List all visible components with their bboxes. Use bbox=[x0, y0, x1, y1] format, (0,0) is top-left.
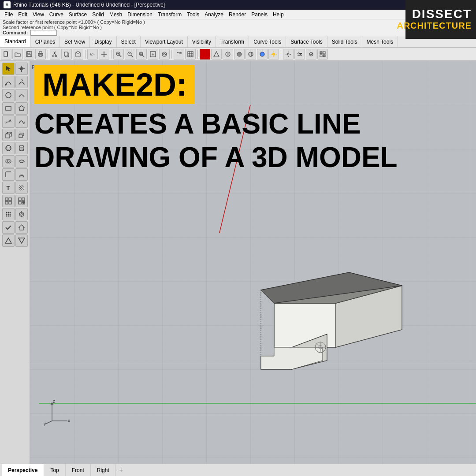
toolbar-cut[interactable] bbox=[50, 49, 60, 60]
tool-house[interactable] bbox=[15, 221, 28, 234]
tool-arc[interactable] bbox=[15, 89, 28, 101]
tab-curve-tools[interactable]: Curve Tools bbox=[249, 36, 286, 47]
svg-point-101 bbox=[6, 216, 7, 217]
toolbar-copy[interactable] bbox=[61, 49, 72, 60]
menu-render[interactable]: Render bbox=[226, 11, 249, 19]
menu-transform[interactable]: Transform bbox=[155, 11, 184, 19]
tool-boolean-union[interactable] bbox=[2, 155, 15, 167]
menu-mesh[interactable]: Mesh bbox=[107, 11, 125, 19]
tab-surface-tools[interactable]: Surface Tools bbox=[286, 36, 327, 47]
tool-extrude[interactable] bbox=[15, 129, 28, 141]
viewport[interactable]: P MAKE2D: bbox=[30, 61, 476, 464]
tab-add-button[interactable]: + bbox=[116, 465, 126, 476]
menu-solid[interactable]: Solid bbox=[89, 11, 107, 19]
toolbar-zoom-window[interactable] bbox=[148, 49, 158, 60]
tool-select-crosshair[interactable] bbox=[15, 63, 28, 75]
toolbar-zoom-dynamic[interactable] bbox=[159, 49, 170, 60]
toolbar-sun[interactable] bbox=[268, 49, 279, 60]
toolbar-undo[interactable] bbox=[87, 49, 98, 60]
tab-front[interactable]: Front bbox=[66, 464, 91, 476]
tab-solid-tools[interactable]: Solid Tools bbox=[327, 36, 362, 47]
toolbar-pan[interactable] bbox=[99, 49, 109, 60]
tool-sphere[interactable] bbox=[2, 142, 15, 154]
menu-edit[interactable]: Edit bbox=[15, 11, 30, 19]
svg-text:z: z bbox=[53, 399, 55, 404]
toolbar-sphere[interactable] bbox=[234, 49, 245, 60]
tab-viewport-layout[interactable]: Viewport Layout bbox=[141, 36, 188, 47]
menu-panels[interactable]: Panels bbox=[249, 11, 270, 19]
tool-rectangle[interactable] bbox=[2, 102, 15, 115]
tab-setview[interactable]: Set View bbox=[60, 36, 90, 47]
toolbar-open[interactable] bbox=[12, 49, 23, 60]
tab-right[interactable]: Right bbox=[91, 464, 116, 476]
tool-check[interactable] bbox=[2, 221, 15, 234]
tool-dots[interactable] bbox=[2, 208, 15, 220]
menu-curve[interactable]: Curve bbox=[47, 11, 66, 19]
tool-boolean-diff[interactable] bbox=[15, 155, 28, 167]
tool-circle[interactable] bbox=[2, 89, 15, 101]
tool-spline[interactable] bbox=[15, 115, 28, 128]
tab-visibility[interactable]: Visibility bbox=[188, 36, 216, 47]
toolbar-settings1[interactable] bbox=[283, 49, 294, 60]
tool-text[interactable]: T bbox=[2, 182, 15, 194]
toolbar-grid[interactable] bbox=[185, 49, 196, 60]
tool-triangle-down[interactable] bbox=[15, 234, 28, 247]
tool-curve-point[interactable] bbox=[2, 76, 15, 88]
toolbar-zoom-out[interactable] bbox=[125, 49, 135, 60]
toolbar-zoom-extent[interactable] bbox=[136, 49, 147, 60]
svg-point-72 bbox=[6, 145, 11, 151]
toolbar-save[interactable] bbox=[24, 49, 34, 60]
toolbar-zoom-in[interactable] bbox=[113, 49, 124, 60]
tab-cplanes[interactable]: CPlanes bbox=[31, 36, 60, 47]
tab-top[interactable]: Top bbox=[44, 464, 65, 476]
tool-block-create[interactable] bbox=[2, 195, 15, 207]
menu-help[interactable]: Help bbox=[270, 11, 286, 19]
tab-display[interactable]: Display bbox=[90, 36, 116, 47]
menu-tools[interactable]: Tools bbox=[184, 11, 202, 19]
toolbar-paste[interactable] bbox=[73, 49, 83, 60]
left-tool-row-4 bbox=[1, 102, 29, 115]
menu-view[interactable]: View bbox=[30, 11, 47, 19]
toolbar-color2[interactable] bbox=[211, 49, 222, 60]
toolbar-settings3[interactable] bbox=[306, 49, 316, 60]
tab-transform[interactable]: Transform bbox=[216, 36, 249, 47]
tab-perspective[interactable]: Perspective bbox=[2, 464, 44, 476]
toolbar-new[interactable] bbox=[1, 49, 11, 60]
axis-svg: z y x bbox=[43, 397, 74, 428]
menu-surface[interactable]: Surface bbox=[66, 11, 89, 19]
svg-line-81 bbox=[21, 185, 24, 189]
tool-polygon[interactable] bbox=[15, 102, 28, 115]
tool-target[interactable] bbox=[15, 208, 28, 220]
toolbar-settings2[interactable] bbox=[294, 49, 305, 60]
main-area: T bbox=[0, 61, 476, 464]
toolbar-redo[interactable] bbox=[174, 49, 184, 60]
tool-select-arrow[interactable] bbox=[2, 63, 15, 75]
tool-cylinder[interactable] bbox=[15, 142, 28, 154]
toolbar-grid2[interactable] bbox=[317, 49, 328, 60]
left-tool-row-10: T bbox=[1, 182, 29, 194]
viewport-gizmo bbox=[315, 342, 326, 353]
menu-analyze[interactable]: Analyze bbox=[202, 11, 226, 19]
menu-dimension[interactable]: Dimension bbox=[125, 11, 155, 19]
toolbar-material[interactable] bbox=[223, 49, 233, 60]
tab-mesh-tools[interactable]: Mesh Tools bbox=[362, 36, 398, 47]
toolbar-render-sphere[interactable] bbox=[257, 49, 268, 60]
menu-file[interactable]: File bbox=[2, 11, 15, 19]
tool-triangle[interactable] bbox=[2, 234, 15, 247]
tool-move[interactable] bbox=[15, 76, 28, 88]
tool-offset-curve[interactable] bbox=[15, 168, 28, 181]
tool-fillet[interactable] bbox=[2, 168, 15, 181]
left-tool-row-11 bbox=[1, 195, 29, 207]
svg-rect-28 bbox=[140, 53, 142, 55]
toolbar-print[interactable] bbox=[35, 49, 46, 60]
tool-hatch[interactable] bbox=[15, 182, 28, 194]
tool-box[interactable] bbox=[2, 129, 15, 141]
svg-rect-87 bbox=[5, 201, 8, 204]
tool-block-insert[interactable] bbox=[15, 195, 28, 207]
tab-standard[interactable]: Standard bbox=[0, 36, 31, 47]
tool-freeform[interactable] bbox=[2, 115, 15, 128]
svg-point-26 bbox=[139, 52, 143, 56]
toolbar-color1[interactable] bbox=[200, 49, 210, 60]
toolbar-shading[interactable] bbox=[245, 49, 256, 60]
tab-select[interactable]: Select bbox=[117, 36, 141, 47]
